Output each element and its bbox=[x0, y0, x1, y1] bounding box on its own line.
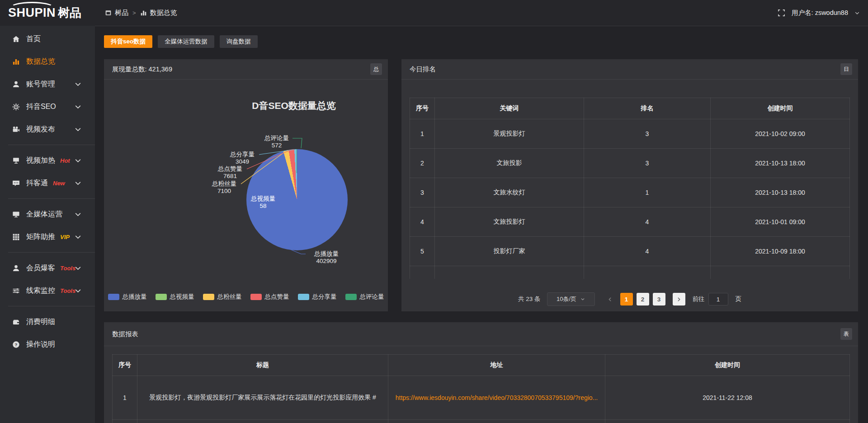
sidebar-item-label: 账号管理 bbox=[26, 80, 55, 89]
table-cell: 4 bbox=[584, 207, 711, 237]
sidebar-item-data-overview[interactable]: 数据总览 bbox=[0, 50, 95, 73]
pie-label-name: 总评论量 bbox=[264, 135, 289, 142]
ranking-title: 今日排名 bbox=[410, 65, 436, 74]
sidebar-divider bbox=[8, 306, 95, 306]
video-link[interactable]: https://www.iesdouyin.com/share/video/70… bbox=[394, 394, 599, 401]
legend-item-1[interactable]: 总视频量 bbox=[156, 293, 194, 301]
user-icon bbox=[12, 80, 20, 88]
goto-page-input[interactable] bbox=[708, 293, 728, 306]
table-view-button[interactable]: 表 bbox=[840, 328, 852, 340]
legend-label: 总视频量 bbox=[170, 293, 194, 301]
bar-chart-icon bbox=[12, 58, 20, 66]
breadcrumb-root[interactable]: 树品 bbox=[115, 9, 128, 17]
table-cell: 2021-10-13 18:00 bbox=[711, 178, 850, 207]
username[interactable]: 用户名: zswodun88 bbox=[792, 9, 848, 17]
sidebar-item-label: 视频加热 bbox=[26, 156, 55, 165]
table-row[interactable]: 1 景观投影灯，夜游景观投影灯厂家展示展示落花灯在花园里的灯光投影应用效果 # … bbox=[113, 376, 850, 420]
fullscreen-icon[interactable] bbox=[778, 9, 785, 17]
pie-label-name: 总点赞量 bbox=[218, 165, 242, 173]
sidebar-item-video-publish[interactable]: 视频发布 bbox=[0, 118, 95, 141]
gear-icon bbox=[12, 103, 20, 111]
sidebar-item-clue-monitor[interactable]: 线索监控 Tools bbox=[0, 279, 95, 302]
sidebar-item-operation-guide[interactable]: ? 操作说明 bbox=[0, 333, 95, 356]
prev-page-button[interactable] bbox=[604, 293, 617, 306]
topbar-right: 用户名: zswodun88 bbox=[778, 9, 860, 17]
pie-label-3: 总点赞量 7681 bbox=[218, 165, 242, 180]
page-size-select[interactable]: 10条/页 bbox=[547, 292, 595, 306]
sidebar-item-home[interactable]: 首页 bbox=[0, 28, 95, 50]
screen-icon bbox=[12, 157, 20, 164]
table-cell: 2021-10-13 18:00 bbox=[711, 149, 850, 178]
goto-suffix: 页 bbox=[736, 295, 742, 303]
ranking-panel: 今日排名 日 序号关键词排名创建时间1景观投影灯32021-10-02 09:0… bbox=[401, 59, 858, 311]
legend-item-2[interactable]: 总粉丝量 bbox=[203, 293, 242, 301]
table-cell: 3 bbox=[410, 178, 435, 207]
table-cell: 3 bbox=[584, 149, 711, 178]
table-row[interactable]: 5投影灯厂家42021-10-09 18:00 bbox=[410, 237, 850, 266]
sidebar-item-member-burst[interactable]: 会员爆客 Tools bbox=[0, 257, 95, 279]
legend-label: 总评论量 bbox=[360, 293, 384, 301]
table-cell: 投影灯厂家 bbox=[435, 237, 584, 266]
chart-legend: 总播放量 总视频量 总粉丝量 总点赞量 总分享量 总评论量 bbox=[104, 293, 388, 301]
sidebar-item-badge: Tools bbox=[60, 265, 75, 272]
page-button-2[interactable]: 2 bbox=[637, 293, 649, 306]
logo[interactable]: SHUPIN 树品 bbox=[0, 0, 95, 26]
table-cell: 景观投影灯 bbox=[435, 119, 584, 149]
table-header-cell: 序号 bbox=[113, 355, 137, 376]
legend-item-0[interactable]: 总播放量 bbox=[108, 293, 147, 301]
table-cell: 1 bbox=[410, 119, 435, 149]
tab-media-operation-data[interactable]: 全媒体运营数据 bbox=[158, 35, 214, 48]
sliders-icon bbox=[12, 287, 20, 295]
video-camera-icon bbox=[12, 126, 20, 133]
tab-bar: 抖音seo数据全媒体运营数据询盘数据 bbox=[104, 35, 858, 48]
chevron-down-icon[interactable] bbox=[854, 10, 860, 16]
table-header-cell: 地址 bbox=[388, 355, 605, 376]
pie-label-0: 总播放量 402909 bbox=[314, 250, 339, 265]
impressions-panel-header: 展现量总数: 421,369 总 bbox=[104, 59, 388, 80]
sidebar-item-badge: Tools bbox=[60, 287, 75, 294]
pie-label-2: 总粉丝量 7100 bbox=[212, 180, 236, 195]
logo-text-cn: 树品 bbox=[58, 5, 81, 21]
sidebar-item-media-operation[interactable]: 全媒体运营 bbox=[0, 203, 95, 226]
legend-item-5[interactable]: 总评论量 bbox=[345, 293, 384, 301]
table-cell: 2021-10-09 18:00 bbox=[711, 237, 850, 266]
daily-view-button[interactable]: 日 bbox=[840, 63, 852, 75]
page-button-3[interactable]: 3 bbox=[653, 293, 665, 306]
impressions-total: 展现量总数: 421,369 bbox=[112, 65, 172, 74]
sidebar-item-matrix-boost[interactable]: 矩阵助推 VIP bbox=[0, 226, 95, 248]
wallet-icon bbox=[12, 318, 20, 326]
table-header-cell: 创建时间 bbox=[711, 98, 850, 119]
breadcrumb: 树品 > 数据总览 bbox=[105, 9, 177, 17]
app-root: SHUPIN 树品 树品 > 数据总览 用户名: zswodun88 首页 数据… bbox=[0, 0, 868, 423]
sidebar-item-account-manage[interactable]: 账号管理 bbox=[0, 73, 95, 95]
table-row[interactable]: 3文旅水纹灯12021-10-13 18:00 bbox=[410, 178, 850, 207]
sidebar-item-douyin-seo[interactable]: 抖音SEO bbox=[0, 95, 95, 118]
legend-item-3[interactable]: 总点赞量 bbox=[250, 293, 289, 301]
total-view-button[interactable]: 总 bbox=[370, 63, 382, 75]
chevron-down-icon bbox=[74, 103, 82, 111]
chat-icon bbox=[12, 179, 20, 187]
sidebar-divider bbox=[8, 198, 95, 199]
tab-inquiry-data[interactable]: 询盘数据 bbox=[220, 35, 258, 48]
svg-text:?: ? bbox=[15, 342, 18, 347]
sidebar-item-video-heat[interactable]: 视频加热 Hot bbox=[0, 149, 95, 172]
breadcrumb-separator: > bbox=[132, 9, 136, 16]
chevron-down-icon bbox=[74, 233, 82, 241]
grid-icon bbox=[12, 233, 20, 241]
legend-item-4[interactable]: 总分享量 bbox=[298, 293, 337, 301]
page-button-1[interactable]: 1 bbox=[620, 293, 633, 306]
table-cell-url: https://www.iesdouyin.com/share/video/70… bbox=[388, 376, 605, 420]
table-row[interactable]: 1景观投影灯32021-10-02 09:00 bbox=[410, 119, 850, 149]
sidebar-item-badge: New bbox=[53, 180, 65, 187]
sidebar-item-douketong[interactable]: 抖客通 New bbox=[0, 172, 95, 194]
sidebar-item-consumption-detail[interactable]: 消费明细 bbox=[0, 310, 95, 333]
table-row[interactable]: 4文旅投影灯42021-10-01 09:00 bbox=[410, 207, 850, 237]
table-row[interactable]: 2文旅投影32021-10-13 18:00 bbox=[410, 149, 850, 178]
tab-douyin-seo-data[interactable]: 抖音seo数据 bbox=[104, 35, 152, 48]
pagination: 共 23 条 10条/页 123 前往 页 bbox=[401, 292, 858, 306]
legend-swatch bbox=[156, 294, 167, 300]
table-header-cell: 序号 bbox=[410, 98, 435, 119]
main-content: 抖音seo数据全媒体运营数据询盘数据 展现量总数: 421,369 总 D音SE… bbox=[95, 26, 868, 423]
table-header-row: 序号标题地址创建时间 bbox=[113, 355, 850, 376]
next-page-button[interactable] bbox=[673, 293, 685, 306]
